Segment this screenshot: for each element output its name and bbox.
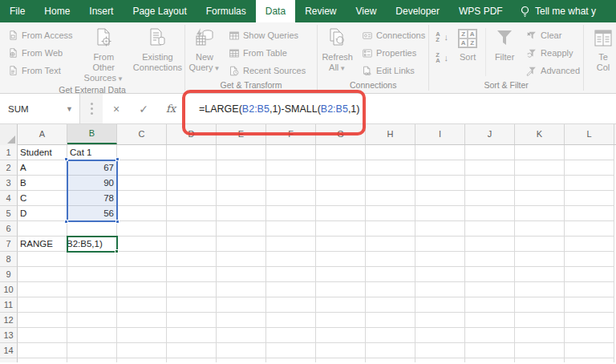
cell-D5[interactable] (167, 206, 217, 221)
from-web-button[interactable]: From Web (5, 44, 76, 62)
cell-J2[interactable] (465, 160, 515, 176)
column-header-F[interactable]: F (266, 124, 316, 144)
cell-D14[interactable] (167, 343, 217, 358)
cell-H1[interactable] (366, 145, 415, 160)
cell-F3[interactable] (266, 176, 316, 191)
from-access-button[interactable]: From Access (5, 26, 76, 44)
tab-data[interactable]: Data (256, 0, 295, 22)
column-header-C[interactable]: C (117, 124, 167, 144)
cell-E10[interactable] (217, 282, 266, 297)
cell-C5[interactable] (117, 206, 167, 221)
cell-C12[interactable] (117, 313, 167, 328)
cell-E2[interactable] (217, 160, 266, 176)
cell-J9[interactable] (465, 267, 515, 282)
cell-G15[interactable] (316, 358, 366, 362)
edit-links-button[interactable]: Edit Links (359, 62, 428, 79)
cell-J8[interactable] (465, 252, 515, 267)
cell-K11[interactable] (515, 297, 565, 313)
row-header-5[interactable]: 5 (0, 206, 18, 221)
cell-K6[interactable] (515, 221, 565, 237)
cell-D6[interactable] (167, 221, 217, 237)
cell-I12[interactable] (415, 313, 465, 328)
cell-C10[interactable] (117, 282, 167, 297)
cell-B8[interactable] (67, 252, 117, 267)
cell-I14[interactable] (415, 343, 465, 358)
cell-L5[interactable] (565, 206, 614, 221)
cell-H6[interactable] (366, 221, 415, 237)
from-other-sources-button[interactable]: From Other Sources▼ (81, 25, 127, 84)
cell-K7[interactable] (515, 237, 565, 252)
cancel-button[interactable]: × (103, 103, 130, 115)
sort-button[interactable]: ZAAZ Sort (452, 25, 484, 63)
cell-L8[interactable] (565, 252, 614, 267)
cell-I1[interactable] (415, 145, 465, 160)
cell-B4[interactable]: 78 (67, 191, 117, 206)
tab-review[interactable]: Review (295, 0, 346, 22)
from-text-button[interactable]: From Text (5, 62, 76, 79)
cell-F8[interactable] (266, 252, 316, 267)
column-header-G[interactable]: G (316, 124, 366, 144)
cell-E4[interactable] (217, 191, 266, 206)
cell-I7[interactable] (415, 237, 465, 252)
row-header-12[interactable]: 12 (0, 313, 18, 328)
cell-C11[interactable] (117, 297, 167, 313)
sort-descending-button[interactable]: ZA↓ (432, 47, 452, 68)
cell-L9[interactable] (565, 267, 614, 282)
cell-A8[interactable] (18, 252, 67, 267)
select-all-button[interactable] (0, 124, 18, 145)
cell-L13[interactable] (565, 328, 614, 343)
tab-file[interactable]: File (0, 0, 34, 22)
cell-B14[interactable] (67, 343, 117, 358)
cell-D10[interactable] (167, 282, 217, 297)
cell-F14[interactable] (266, 343, 316, 358)
cell-L6[interactable] (565, 221, 614, 237)
column-header-I[interactable]: I (415, 124, 465, 144)
cell-B1[interactable]: Cat 1 (67, 145, 117, 160)
show-queries-button[interactable]: Show Queries (225, 26, 309, 44)
cell-L3[interactable] (565, 176, 614, 191)
advanced-filter-button[interactable]: Advanced (523, 62, 583, 79)
new-query-button[interactable]: New Query▼ (185, 25, 224, 74)
cell-B10[interactable] (67, 282, 117, 297)
cell-J11[interactable] (465, 297, 515, 313)
filter-button[interactable]: Filter (488, 25, 521, 63)
cell-D15[interactable] (167, 358, 217, 362)
cell-G6[interactable] (316, 221, 366, 237)
cell-D12[interactable] (167, 313, 217, 328)
cell-F15[interactable] (266, 358, 316, 362)
cell-E3[interactable] (217, 176, 266, 191)
cell-J4[interactable] (465, 191, 515, 206)
cell-A5[interactable]: D (18, 206, 67, 221)
cell-I5[interactable] (415, 206, 465, 221)
cell-D7[interactable] (167, 237, 217, 252)
cell-J1[interactable] (465, 145, 515, 160)
cell-B13[interactable] (67, 328, 117, 343)
cell-G14[interactable] (316, 343, 366, 358)
existing-connections-button[interactable]: Existing Connections (130, 25, 185, 73)
cell-E14[interactable] (217, 343, 266, 358)
cell-B15[interactable] (67, 358, 117, 362)
properties-button[interactable]: Properties (359, 44, 428, 62)
tell-me-box[interactable]: Tell me what y (520, 0, 616, 22)
cell-B3[interactable]: 90 (67, 176, 117, 191)
cell-J15[interactable] (465, 358, 515, 362)
cell-B9[interactable] (67, 267, 117, 282)
cell-J6[interactable] (465, 221, 515, 237)
cell-I13[interactable] (415, 328, 465, 343)
tab-insert[interactable]: Insert (79, 0, 123, 22)
row-header-13[interactable]: 13 (0, 328, 18, 343)
cell-H4[interactable] (366, 191, 415, 206)
formula-input[interactable]: =LARGE(B2:B5,1)-SMALL(B2:B5,1) (184, 94, 616, 123)
cell-H8[interactable] (366, 252, 415, 267)
cell-J10[interactable] (465, 282, 515, 297)
row-header-6[interactable]: 6 (0, 221, 18, 237)
cell-E5[interactable] (217, 206, 266, 221)
connections-button[interactable]: Connections (359, 26, 428, 44)
cell-H11[interactable] (366, 297, 415, 313)
row-header-3[interactable]: 3 (0, 176, 18, 191)
cell-I11[interactable] (415, 297, 465, 313)
cell-K12[interactable] (515, 313, 565, 328)
cell-E11[interactable] (217, 297, 266, 313)
cell-F5[interactable] (266, 206, 316, 221)
cell-C7[interactable] (117, 237, 167, 252)
